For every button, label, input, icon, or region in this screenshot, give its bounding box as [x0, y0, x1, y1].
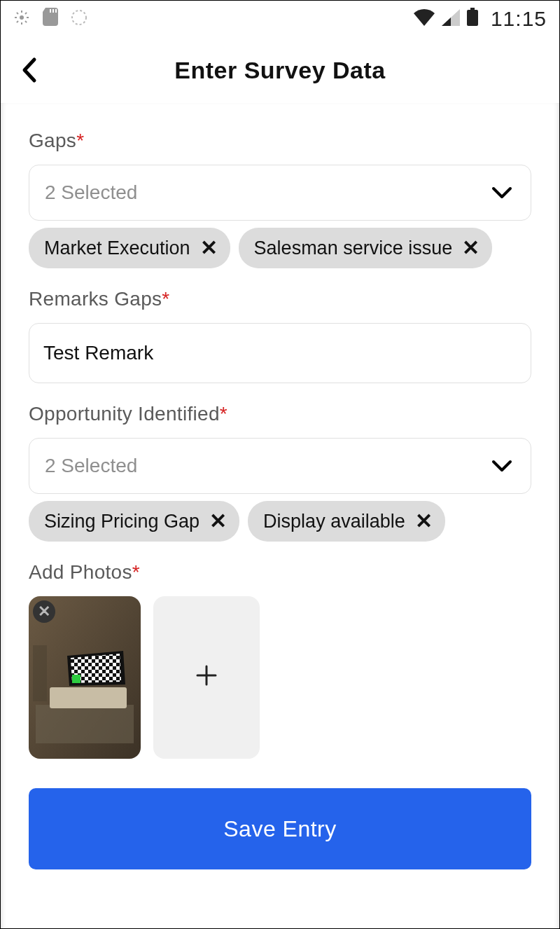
svg-point-0	[20, 15, 24, 20]
opportunity-select[interactable]: 2 Selected	[29, 438, 531, 494]
svg-rect-6	[467, 10, 478, 26]
svg-rect-2	[52, 9, 54, 13]
svg-rect-15	[72, 675, 80, 683]
cellular-icon	[442, 7, 460, 31]
svg-rect-5	[470, 8, 475, 10]
app-bar: Enter Survey Data	[1, 37, 559, 103]
svg-rect-16	[33, 645, 47, 701]
location-icon	[13, 7, 30, 31]
gaps-chip: Market Execution ✕	[29, 228, 230, 268]
chip-label: Salesman service issue	[254, 238, 453, 259]
gaps-chip: Salesman service issue ✕	[239, 228, 493, 268]
chevron-down-icon	[491, 460, 512, 472]
svg-rect-11	[36, 705, 134, 743]
chip-label: Sizing Pricing Gap	[44, 511, 200, 532]
chip-label: Market Execution	[44, 238, 190, 259]
add-photo-button[interactable]	[153, 596, 260, 759]
plus-icon	[195, 661, 218, 694]
photos-row: ✕	[29, 596, 531, 759]
opportunity-label: Opportunity Identified*	[29, 403, 531, 425]
gaps-label: Gaps*	[29, 130, 531, 152]
chip-remove-icon[interactable]: ✕	[209, 511, 227, 532]
save-label: Save Entry	[223, 816, 337, 842]
remarks-gaps-value: Test Remark	[43, 342, 153, 364]
sdcard-icon	[43, 7, 58, 31]
form-content: Gaps* 2 Selected Market Execution ✕ Sale…	[1, 103, 559, 869]
chip-remove-icon[interactable]: ✕	[415, 511, 433, 532]
battery-icon	[467, 7, 478, 31]
status-bar: 11:15	[1, 1, 559, 37]
chip-label: Display available	[263, 511, 405, 532]
opportunity-selected-text: 2 Selected	[45, 455, 137, 477]
chevron-down-icon	[491, 186, 512, 199]
photos-label: Add Photos*	[29, 561, 531, 584]
svg-rect-12	[50, 687, 127, 708]
svg-point-4	[72, 11, 86, 25]
remarks-gaps-label: Remarks Gaps*	[29, 288, 531, 310]
opportunity-chip: Sizing Pricing Gap ✕	[29, 501, 239, 542]
back-button[interactable]	[15, 56, 43, 84]
gaps-chips: Market Execution ✕ Salesman service issu…	[29, 228, 531, 268]
remarks-gaps-input[interactable]: Test Remark	[29, 323, 531, 383]
page-title: Enter Survey Data	[1, 57, 559, 84]
opportunity-chips: Sizing Pricing Gap ✕ Display available ✕	[29, 501, 531, 542]
save-entry-button[interactable]: Save Entry	[29, 788, 531, 869]
clock-text: 11:15	[491, 7, 547, 31]
gaps-selected-text: 2 Selected	[45, 181, 137, 204]
sync-icon	[71, 7, 88, 31]
gaps-select[interactable]: 2 Selected	[29, 165, 531, 221]
chip-remove-icon[interactable]: ✕	[200, 238, 218, 259]
opportunity-chip: Display available ✕	[248, 501, 445, 542]
svg-rect-3	[55, 9, 57, 13]
svg-rect-1	[50, 9, 51, 13]
wifi-icon	[414, 7, 435, 31]
photo-remove-button[interactable]: ✕	[33, 600, 55, 623]
chip-remove-icon[interactable]: ✕	[462, 238, 479, 259]
photo-thumbnail[interactable]: ✕	[29, 596, 141, 759]
